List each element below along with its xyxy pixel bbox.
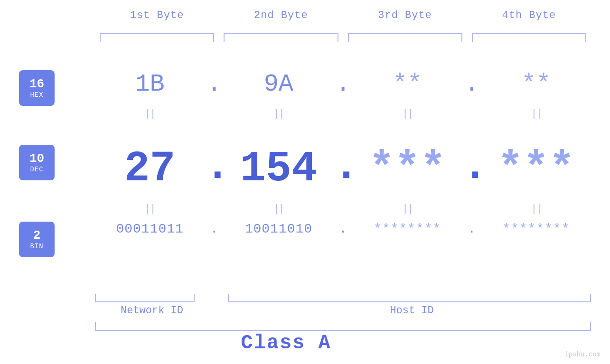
hex-badge-label: HEX	[30, 91, 43, 99]
bracket-1	[100, 33, 214, 42]
eq-3: ||	[353, 108, 462, 120]
hex-row: 1B . 9A . ** . **	[95, 70, 591, 98]
bracket-4	[472, 33, 586, 42]
main-container: 1st Byte 2nd Byte 3rd Byte 4th Byte 16 H…	[0, 0, 610, 364]
col-header-4: 4th Byte	[467, 9, 591, 21]
full-bottom-bracket	[95, 322, 591, 331]
dec-val-3: ***	[353, 145, 462, 193]
bin-val-4: ********	[481, 222, 591, 236]
hex-badge-number: 16	[29, 77, 44, 91]
host-bracket	[228, 294, 591, 302]
eq-2: ||	[224, 108, 333, 120]
eq-dec-bin-1: ||	[95, 203, 205, 215]
bin-badge-label: BIN	[30, 243, 43, 250]
eq-dec-bin-3: ||	[353, 203, 462, 215]
network-bracket	[95, 294, 195, 302]
bin-val-3: ********	[353, 222, 462, 236]
bin-dot-1: .	[205, 222, 224, 236]
dec-val-2: 154	[224, 145, 333, 193]
hex-val-1: 1B	[95, 70, 205, 98]
top-brackets	[95, 33, 591, 42]
dec-badge: 10 DEC	[19, 145, 55, 180]
bracket-3	[348, 33, 462, 42]
hex-badge: 16 HEX	[19, 70, 55, 106]
eq-row-hex-dec: || || || ||	[95, 108, 591, 120]
eq-row-dec-bin: || || || ||	[95, 203, 591, 215]
watermark: ipshu.com	[564, 351, 601, 358]
bin-val-2: 10011010	[224, 222, 333, 236]
eq-dec-bin-2: ||	[224, 203, 333, 215]
eq-4: ||	[481, 108, 591, 120]
dec-dot-2: .	[334, 142, 353, 196]
bracket-2	[224, 33, 338, 42]
bin-badge: 2 BIN	[19, 222, 55, 257]
hex-val-4: **	[481, 70, 591, 98]
dec-dot-1: .	[205, 142, 224, 196]
col-header-2: 2nd Byte	[219, 9, 343, 21]
dec-val-1: 27	[95, 145, 205, 193]
hex-dot-2: .	[334, 70, 353, 98]
bin-dot-2: .	[334, 222, 353, 236]
eq-dec-bin-4: ||	[481, 203, 591, 215]
hex-val-2: 9A	[224, 70, 333, 98]
hex-dot-3: .	[462, 70, 481, 98]
bin-dot-3: .	[462, 222, 481, 236]
hex-dot-1: .	[205, 70, 224, 98]
bin-val-1: 00011011	[95, 222, 205, 236]
class-a-label: Class A	[0, 332, 572, 355]
dec-dot-3: .	[462, 142, 481, 196]
hex-val-3: **	[353, 70, 462, 98]
dec-row: 27 . 154 . *** . ***	[95, 142, 591, 196]
network-id-label: Network ID	[104, 305, 199, 317]
column-headers: 1st Byte 2nd Byte 3rd Byte 4th Byte	[95, 9, 591, 21]
dec-val-4: ***	[481, 145, 591, 193]
bin-row: 00011011 . 10011010 . ******** . *******…	[95, 222, 591, 236]
col-header-1: 1st Byte	[95, 9, 219, 21]
eq-1: ||	[95, 108, 205, 120]
dec-badge-label: DEC	[30, 166, 43, 173]
col-header-3: 3rd Byte	[343, 9, 467, 21]
dec-badge-number: 10	[29, 152, 44, 166]
bin-badge-number: 2	[33, 229, 41, 243]
host-id-label: Host ID	[233, 305, 591, 317]
